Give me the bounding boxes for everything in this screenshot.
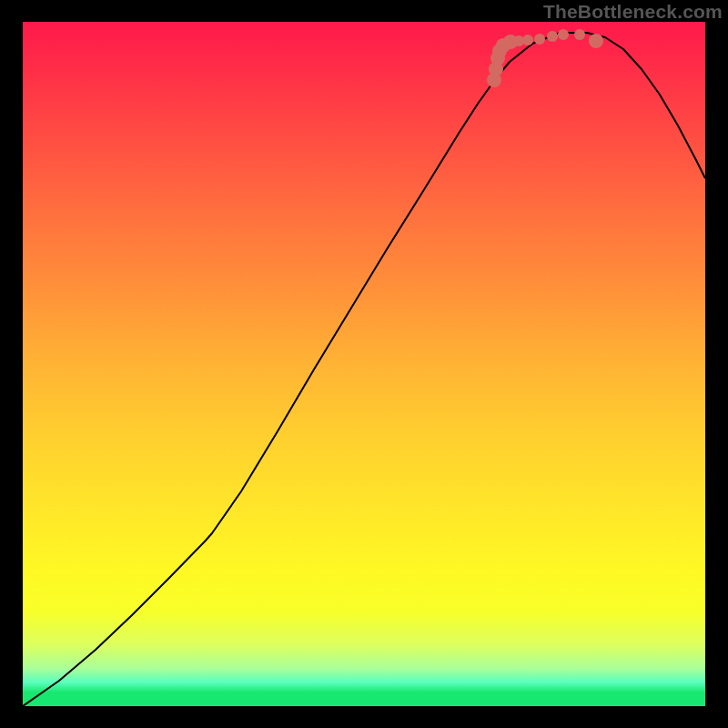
attribution-text: TheBottleneck.com bbox=[543, 1, 723, 23]
chart-frame: TheBottleneck.com bbox=[0, 0, 728, 728]
marker-dot bbox=[547, 31, 558, 42]
marker-dot bbox=[522, 35, 533, 46]
chart-svg-layer bbox=[23, 22, 705, 706]
marker-dot bbox=[574, 29, 585, 40]
marker-dot bbox=[534, 34, 545, 45]
marker-dot bbox=[558, 29, 569, 40]
marker-dot bbox=[589, 34, 603, 48]
bottleneck-curve bbox=[23, 33, 705, 706]
plot-area bbox=[23, 22, 705, 706]
